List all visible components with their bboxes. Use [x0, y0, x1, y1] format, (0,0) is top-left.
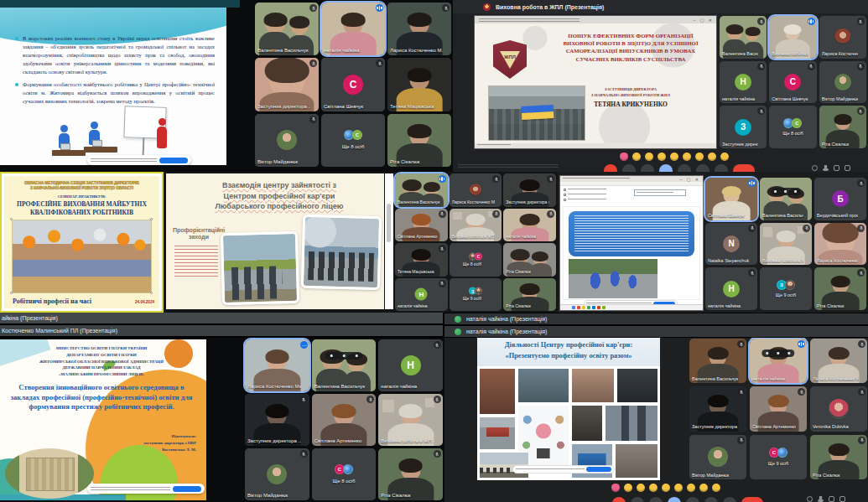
- selection-handle[interactable]: [10, 218, 13, 220]
- checkbox-icon[interactable]: [564, 199, 566, 201]
- participant-tile[interactable]: Ріта Сікалюк: [814, 267, 866, 310]
- presentation-caption-bar[interactable]: наталія чайкіна (Презентація): [444, 326, 868, 337]
- more-options-button[interactable]: [715, 164, 728, 172]
- end-call-button[interactable]: [741, 497, 763, 502]
- info-icon[interactable]: [812, 165, 818, 171]
- participant-tile[interactable]: наталія чайкіна: [503, 209, 556, 242]
- participant-tile[interactable]: Віктор Майданюк: [245, 448, 309, 500]
- captions-button[interactable]: [641, 164, 654, 172]
- option-row[interactable]: [564, 193, 606, 196]
- participant-tile[interactable]: ЗЩе 9 осіб: [760, 267, 812, 310]
- participant-tile[interactable]: Світлана Шевчук: [705, 178, 757, 220]
- clap-reaction-icon[interactable]: [657, 153, 666, 161]
- chat-icon[interactable]: [829, 496, 834, 502]
- chat-icon[interactable]: [834, 165, 839, 171]
- option-row[interactable]: [564, 198, 606, 201]
- banner-dismiss-button[interactable]: [586, 467, 611, 472]
- participant-tile[interactable]: СЩе 8 осіб: [321, 114, 385, 167]
- scrollbar[interactable]: [385, 173, 393, 309]
- participant-tile[interactable]: Лариса Костюченко Ма...: [814, 223, 866, 266]
- tile-hover-controls[interactable]: [771, 188, 801, 195]
- participant-tile[interactable]: СЩе 9 осіб: [750, 435, 807, 479]
- tile-menu-icon[interactable]: ⋯: [300, 341, 308, 349]
- captions-button[interactable]: [649, 497, 663, 502]
- reactions-button[interactable]: [668, 497, 681, 502]
- party-reaction-icon[interactable]: [637, 484, 645, 492]
- window-controls[interactable]: ‒ ▢ ✕: [680, 177, 700, 182]
- mic-button[interactable]: [604, 164, 617, 172]
- participant-tile[interactable]: Віктор Майданюк: [689, 435, 746, 479]
- window-controls[interactable]: ‒ ▢ ✕: [694, 18, 714, 23]
- participant-tile[interactable]: Ннаталія чайкіна: [395, 278, 448, 312]
- raise-hand-button[interactable]: [696, 164, 709, 172]
- mic-button[interactable]: [612, 497, 626, 502]
- camera-button[interactable]: [622, 164, 636, 172]
- banner-dismiss-button[interactable]: [159, 158, 188, 163]
- participant-tile[interactable]: Світлана Артеменко: [395, 209, 448, 242]
- participant-tile[interactable]: Виховна робота в ЖП...: [378, 394, 443, 446]
- participant-tile[interactable]: ⋯Лариса Костюченко Ма...: [245, 339, 309, 391]
- people-icon[interactable]: [823, 165, 829, 171]
- participant-tile[interactable]: Ріта Сікалюк: [378, 448, 443, 500]
- laugh-reaction-icon[interactable]: [670, 153, 678, 161]
- reactions-bar[interactable]: [617, 153, 730, 161]
- participant-tile[interactable]: Лариса Костюченко Ма...: [810, 339, 867, 383]
- present-button[interactable]: [686, 497, 699, 502]
- participant-tile[interactable]: Заступник директора з НВР Бер...: [503, 173, 556, 207]
- participant-tile[interactable]: СЩе 8 осіб: [312, 448, 377, 500]
- participant-tile[interactable]: Ріта Сікалюк: [819, 106, 866, 148]
- participant-tile[interactable]: Заступник директора ...: [245, 394, 309, 446]
- checkbox-icon[interactable]: [564, 194, 566, 196]
- participant-tile[interactable]: Світлана Артеменко: [750, 386, 807, 431]
- participant-tile[interactable]: Світлана Артеменко: [312, 394, 377, 446]
- participant-tile[interactable]: ЗЩе 9 осіб: [450, 278, 502, 312]
- dislike-reaction-icon[interactable]: [720, 153, 729, 161]
- laugh-reaction-icon[interactable]: [662, 484, 670, 492]
- participant-tile[interactable]: Валентина Васильчук: [720, 16, 767, 59]
- reactions-bar[interactable]: [609, 484, 722, 492]
- participant-tile[interactable]: Тетяна Мацієвська: [387, 58, 451, 111]
- participant-tile[interactable]: NNatalka Stepanchuk: [705, 223, 757, 266]
- participant-tile[interactable]: ББердичівський профе...: [814, 178, 866, 220]
- participant-tile[interactable]: Виховна робота в ЖПЛ: [769, 16, 816, 59]
- tile-hover-controls[interactable]: [761, 349, 794, 357]
- presentation-caption-bar[interactable]: Костюченко Малинський ПЛ (Презентація): [0, 325, 443, 336]
- taskbar-app-icon[interactable]: [597, 306, 600, 309]
- think-reaction-icon[interactable]: [708, 153, 716, 161]
- participant-tile[interactable]: Заступник директора ...: [255, 58, 319, 111]
- participant-tile[interactable]: Валентина Васильчук: [312, 339, 377, 391]
- participant-tile[interactable]: наталія чайкіна: [750, 339, 807, 383]
- present-button[interactable]: [678, 164, 691, 172]
- participant-tile[interactable]: Валентина Васильчук: [760, 178, 812, 220]
- raise-hand-button[interactable]: [704, 497, 718, 502]
- surprise-reaction-icon[interactable]: [687, 484, 695, 492]
- dislike-reaction-icon[interactable]: [712, 484, 720, 492]
- think-reaction-icon[interactable]: [699, 484, 708, 492]
- window-title-bar[interactable]: ‒ ▢ ✕: [475, 16, 716, 23]
- participant-tile[interactable]: Валентина Васильчук: [255, 3, 319, 55]
- selection-handle[interactable]: [10, 292, 13, 294]
- participant-tile[interactable]: Veronika Dubivka: [810, 386, 867, 431]
- taskbar-app-icon[interactable]: [592, 306, 595, 309]
- info-icon[interactable]: [807, 496, 813, 502]
- menu-bar[interactable]: [560, 182, 703, 186]
- participant-tile[interactable]: Лариса Костюченк...: [819, 16, 866, 59]
- participant-tile[interactable]: Валентина Васильчук: [689, 339, 746, 383]
- participant-tile[interactable]: Ріта Сікалюк: [810, 435, 867, 479]
- participant-tile[interactable]: Виховна робота в ЖПЛ: [450, 209, 502, 242]
- selection-handle[interactable]: [150, 218, 153, 220]
- participant-tile[interactable]: Тетяна Мацієвська: [395, 243, 448, 277]
- participant-tile[interactable]: Заступник директора ...: [689, 386, 746, 431]
- people-icon[interactable]: [818, 496, 824, 502]
- participant-tile[interactable]: Ннаталія чайкіна: [705, 267, 757, 310]
- participant-tile[interactable]: ЗЗаступник директо...: [720, 106, 767, 148]
- participant-tile[interactable]: Ннаталія чайкіна: [378, 339, 443, 391]
- window-title-bar[interactable]: ‒ ▢ ✕: [560, 176, 703, 182]
- dropdown-field[interactable]: [634, 189, 686, 196]
- participant-tile[interactable]: Ріта Сікалюк: [503, 278, 556, 312]
- activities-icon[interactable]: [839, 496, 845, 502]
- taskbar-app-icon[interactable]: [572, 306, 575, 309]
- participant-tile[interactable]: Ріта Сікалюк: [387, 114, 451, 167]
- clap-reaction-icon[interactable]: [649, 484, 657, 492]
- reactions-button[interactable]: [659, 164, 673, 172]
